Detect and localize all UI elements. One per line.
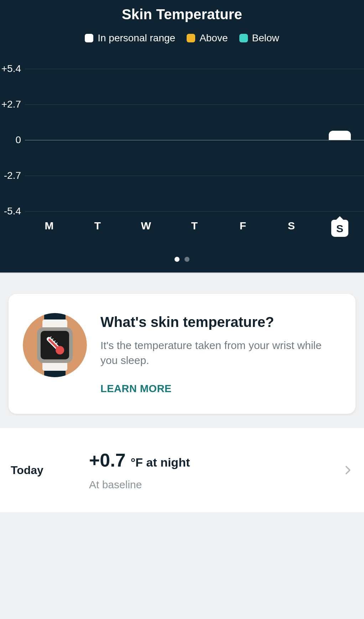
bar-slot[interactable] [182,69,207,211]
legend-label-in-range: In personal range [98,32,175,44]
x-tick[interactable]: S [331,220,348,237]
chart-pager[interactable] [0,257,364,262]
y-tick: +5.4 [1,63,21,74]
chart-y-axis: +5.4 +2.7 0 -2.7 -5.4 [0,69,23,211]
chart-bar[interactable] [329,131,351,140]
y-tick: -2.7 [4,170,21,181]
info-card: What's skin temperature? It's the temper… [9,294,355,414]
chevron-right-icon [343,465,353,475]
pager-dot-1[interactable] [184,257,189,262]
x-tick[interactable]: M [45,220,54,232]
bar-slot[interactable] [230,69,255,211]
bar-slot[interactable] [327,69,352,211]
legend-above: Above [187,32,228,44]
x-tick[interactable]: W [141,220,151,232]
section-divider [0,272,364,280]
info-card-title: What's skin temperature? [100,313,341,331]
legend-in-range: In personal range [85,32,175,44]
chart-x-axis: MTWTFSS [25,220,364,241]
legend-swatch-above [187,34,195,42]
bar-slot[interactable] [279,69,304,211]
chart-bars [25,69,364,211]
bar-slot[interactable] [85,69,110,211]
legend-label-above: Above [199,32,228,44]
legend-swatch-in-range [85,34,93,42]
chart-legend: In personal range Above Below [0,32,364,44]
learn-more-link[interactable]: LEARN MORE [100,383,341,395]
today-value-suffix: °F at night [131,456,190,469]
x-tick[interactable]: T [191,220,198,232]
y-tick: +2.7 [1,99,21,110]
pager-dot-0[interactable] [175,257,180,262]
x-tick[interactable]: S [288,220,295,232]
today-subtext: At baseline [89,479,343,491]
today-value: +0.7 [89,449,126,471]
today-row[interactable]: Today +0.7 °F at night At baseline [0,428,364,512]
y-tick: -5.4 [4,206,21,217]
watch-thermometer-icon [23,313,87,377]
legend-swatch-below [239,34,248,42]
bar-slot[interactable] [37,69,62,211]
y-tick: 0 [15,134,21,146]
info-card-description: It's the temperature taken from your wri… [100,338,341,368]
legend-below: Below [239,32,279,44]
bar-slot[interactable] [134,69,158,211]
legend-label-below: Below [252,32,279,44]
x-tick[interactable]: F [240,220,246,232]
chart-title: Skin Temperature [0,6,364,22]
today-label: Today [11,464,89,477]
skin-temp-chart-panel: Skin Temperature In personal range Above… [0,0,364,272]
chart-area[interactable]: +5.4 +2.7 0 -2.7 -5.4 [0,69,364,211]
x-tick[interactable]: T [94,220,101,232]
